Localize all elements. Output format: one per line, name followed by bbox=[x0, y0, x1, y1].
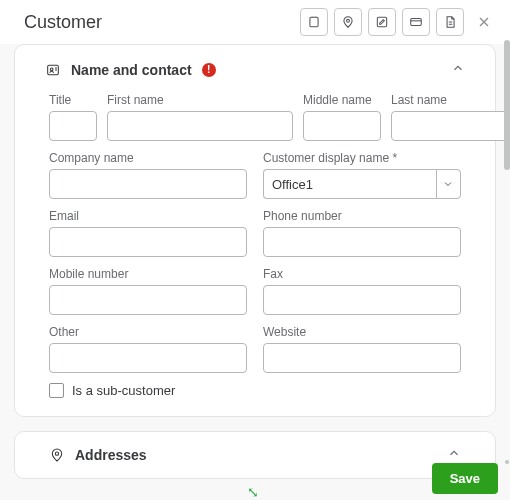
section-title: Name and contact bbox=[71, 62, 192, 78]
action-location-icon[interactable] bbox=[334, 8, 362, 36]
action-document-icon[interactable] bbox=[436, 8, 464, 36]
addresses-section: Addresses bbox=[14, 431, 496, 479]
action-contact-icon[interactable] bbox=[300, 8, 328, 36]
mouse-cursor: ⤡ bbox=[247, 484, 259, 500]
chevron-up-icon bbox=[451, 61, 465, 75]
sub-customer-label: Is a sub-customer bbox=[72, 383, 175, 398]
scrollbar-marker bbox=[505, 460, 509, 464]
chevron-up-icon bbox=[447, 446, 461, 460]
first-name-field[interactable] bbox=[107, 111, 293, 141]
addresses-collapse-toggle[interactable] bbox=[447, 446, 461, 464]
svg-rect-2 bbox=[377, 17, 386, 26]
drawer-header: Customer bbox=[0, 0, 510, 44]
close-icon bbox=[476, 14, 492, 30]
svg-point-5 bbox=[50, 68, 53, 71]
label-display-name: Customer display name * bbox=[263, 151, 461, 165]
svg-point-1 bbox=[347, 19, 350, 22]
label-phone: Phone number bbox=[263, 209, 461, 223]
name-and-contact-section: Name and contact ! Title First name Midd… bbox=[14, 44, 496, 417]
action-edit-icon[interactable] bbox=[368, 8, 396, 36]
chevron-down-icon bbox=[442, 178, 454, 190]
scrollbar[interactable] bbox=[504, 40, 510, 220]
label-company-name: Company name bbox=[49, 151, 247, 165]
save-button[interactable]: Save bbox=[432, 463, 498, 494]
map-pin-icon bbox=[49, 447, 65, 463]
svg-rect-0 bbox=[310, 17, 318, 26]
close-button[interactable] bbox=[470, 8, 498, 36]
fax-field[interactable] bbox=[263, 285, 461, 315]
label-first-name: First name bbox=[107, 93, 293, 107]
label-website: Website bbox=[263, 325, 461, 339]
display-name-dropdown[interactable] bbox=[436, 169, 461, 199]
svg-rect-3 bbox=[411, 19, 422, 26]
label-mobile: Mobile number bbox=[49, 267, 247, 281]
collapse-toggle[interactable] bbox=[451, 61, 465, 79]
required-badge: ! bbox=[202, 63, 216, 77]
sub-customer-checkbox[interactable] bbox=[49, 383, 64, 398]
svg-point-6 bbox=[55, 452, 58, 455]
title-field[interactable] bbox=[49, 111, 97, 141]
other-field[interactable] bbox=[49, 343, 247, 373]
scrollbar-thumb[interactable] bbox=[504, 40, 510, 170]
middle-name-field[interactable] bbox=[303, 111, 381, 141]
company-name-field[interactable] bbox=[49, 169, 247, 199]
header-actions bbox=[300, 8, 498, 36]
label-email: Email bbox=[49, 209, 247, 223]
addresses-title: Addresses bbox=[75, 447, 147, 463]
id-card-icon bbox=[45, 62, 61, 78]
email-field[interactable] bbox=[49, 227, 247, 257]
last-name-field[interactable] bbox=[391, 111, 510, 141]
action-card-icon[interactable] bbox=[402, 8, 430, 36]
label-last-name: Last name bbox=[391, 93, 510, 107]
label-fax: Fax bbox=[263, 267, 461, 281]
label-middle-name: Middle name bbox=[303, 93, 381, 107]
drawer-title: Customer bbox=[24, 12, 102, 33]
mobile-field[interactable] bbox=[49, 285, 247, 315]
website-field[interactable] bbox=[263, 343, 461, 373]
phone-field[interactable] bbox=[263, 227, 461, 257]
display-name-field[interactable] bbox=[263, 169, 436, 199]
label-title: Title bbox=[49, 93, 97, 107]
label-other: Other bbox=[49, 325, 247, 339]
